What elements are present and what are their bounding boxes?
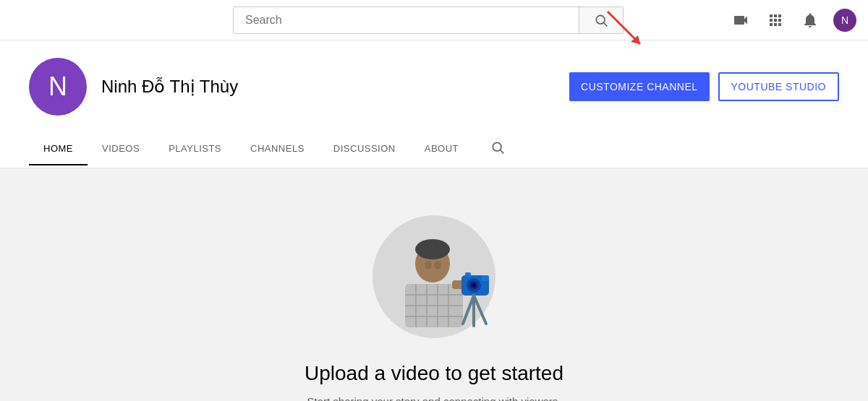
channel-tabs: HOME VIDEOS PLAYLISTS CHANNELS DISCUSSIO… xyxy=(29,130,839,168)
main-content: Upload a video to get started Start shar… xyxy=(0,168,868,401)
apps-icon[interactable] xyxy=(764,9,787,32)
customize-channel-button[interactable]: CUSTOMIZE CHANNEL xyxy=(569,72,709,101)
svg-point-17 xyxy=(425,261,432,270)
illustration xyxy=(369,212,499,342)
channel-left: N Ninh Đỗ Thị Thùy xyxy=(29,58,238,116)
create-video-icon[interactable] xyxy=(729,9,752,32)
tab-home[interactable]: HOME xyxy=(29,133,88,165)
youtube-studio-button[interactable]: YOUTUBE STUDIO xyxy=(718,72,839,101)
svg-rect-26 xyxy=(465,272,471,277)
upload-subtitle: Start sharing your story and connecting … xyxy=(297,394,571,401)
tab-discussion[interactable]: DISCUSSION xyxy=(319,133,410,165)
channel-name: Ninh Đỗ Thị Thùy xyxy=(101,77,238,97)
nav-right: N xyxy=(729,9,856,32)
svg-point-24 xyxy=(472,283,476,288)
svg-point-16 xyxy=(415,239,450,259)
search-bar xyxy=(233,7,624,34)
channel-header: N Ninh Đỗ Thị Thùy CUSTOMIZE CHANNEL YOU… xyxy=(0,40,868,168)
upload-title: Upload a video to get started xyxy=(305,362,563,385)
channel-actions: CUSTOMIZE CHANNEL YOUTUBE STUDIO xyxy=(569,72,839,101)
svg-line-5 xyxy=(501,150,504,154)
tab-videos[interactable]: VIDEOS xyxy=(88,133,154,165)
red-arrow xyxy=(600,4,658,55)
tab-search-icon[interactable] xyxy=(479,130,516,168)
search-input[interactable] xyxy=(234,8,579,33)
tab-about[interactable]: ABOUT xyxy=(410,133,473,165)
svg-point-4 xyxy=(493,142,501,151)
top-nav: N xyxy=(0,0,868,40)
channel-avatar: N xyxy=(29,58,87,116)
notifications-icon[interactable] xyxy=(799,9,822,32)
tab-playlists[interactable]: PLAYLISTS xyxy=(154,133,236,165)
svg-point-18 xyxy=(434,261,441,270)
tab-channels[interactable]: CHANNELS xyxy=(236,133,319,165)
user-avatar[interactable]: N xyxy=(833,9,856,32)
camera-illustration xyxy=(369,212,499,342)
channel-info: N Ninh Đỗ Thị Thùy CUSTOMIZE CHANNEL YOU… xyxy=(29,58,839,116)
svg-rect-25 xyxy=(482,275,489,281)
